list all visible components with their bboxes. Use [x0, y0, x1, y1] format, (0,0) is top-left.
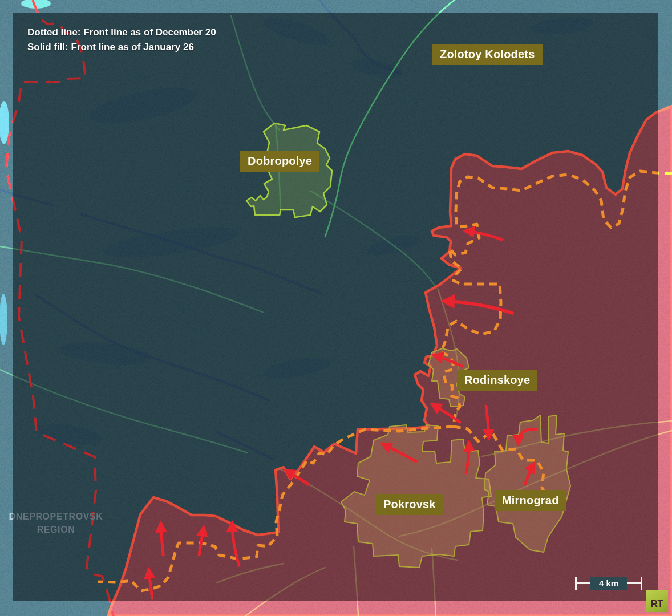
war-map: Dotted line: Front line as of December 2… [0, 0, 672, 616]
region-label: DNEPROPETROVSK REGION [7, 510, 105, 536]
legend: Dotted line: Front line as of December 2… [27, 25, 216, 55]
place-label-zolotoy-kolodets: Zolotoy Kolodets [432, 44, 543, 65]
rt-logo-text: RT [651, 598, 663, 610]
rt-logo: RT [646, 590, 668, 612]
frame-band-right [658, 13, 672, 601]
scale-bar-tick-left [575, 577, 577, 590]
frame-band-top [0, 0, 672, 13]
scale-bar-tick-right [641, 577, 642, 590]
frame-band-bottom [0, 601, 672, 616]
place-label-pokrovsk: Pokrovsk [376, 494, 443, 515]
legend-line-dotted: Dotted line: Front line as of December 2… [27, 25, 216, 40]
place-label-rodinskoye: Rodinskoye [457, 370, 537, 391]
scale-bar-label: 4 km [590, 577, 627, 590]
frame-band-left [0, 13, 13, 601]
place-label-dobropolye: Dobropolye [240, 151, 319, 172]
region-label-line2: REGION [7, 523, 105, 536]
place-label-mirnograd: Mirnograd [495, 490, 566, 511]
legend-line-solid: Solid fill: Front line as of January 26 [27, 40, 216, 55]
region-label-line1: DNEPROPETROVSK [7, 510, 105, 523]
scale-bar: 4 km [575, 577, 642, 590]
